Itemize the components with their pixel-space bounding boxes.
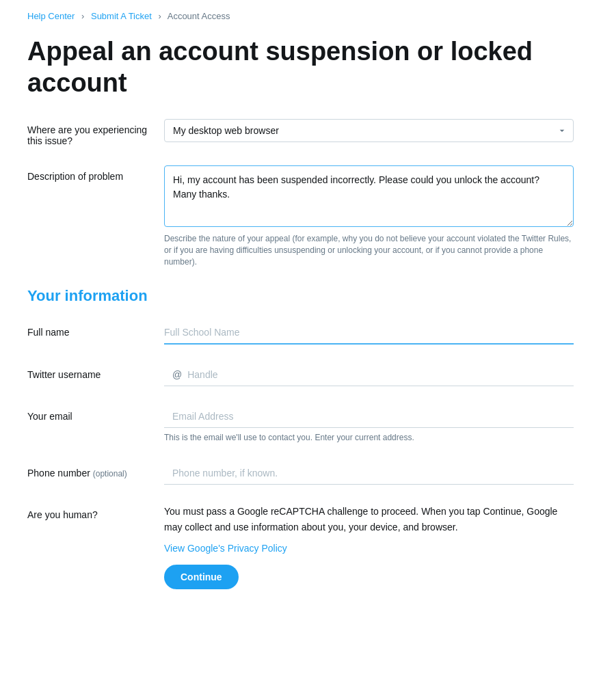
page-title: Appeal an account suspension or locked a… (27, 36, 574, 98)
breadcrumb-submit-ticket[interactable]: Submit A Ticket (91, 11, 152, 21)
twitter-username-row: Twitter username @ (27, 364, 574, 386)
description-row: Description of problem Hi, my account ha… (27, 165, 574, 267)
email-row: Your email This is the email we'll use t… (27, 405, 574, 444)
recaptcha-control: You must pass a Google reCAPTCHA challen… (164, 504, 574, 589)
email-label: Your email (27, 405, 164, 422)
where-issue-label: Where are you experiencing this issue? (27, 119, 164, 146)
email-input[interactable] (164, 405, 574, 427)
phone-control (164, 462, 574, 485)
twitter-username-wrap: @ (164, 364, 574, 386)
email-input-wrap (164, 405, 574, 428)
at-symbol: @ (164, 364, 185, 386)
continue-button[interactable]: Continue (164, 565, 239, 589)
phone-optional-label: (optional) (93, 469, 127, 479)
are-you-human-row: Are you human? You must pass a Google re… (27, 504, 574, 589)
description-hint: Describe the nature of your appeal (for … (164, 233, 574, 267)
description-textarea[interactable]: Hi, my account has been suspended incorr… (164, 165, 574, 227)
where-issue-control: My desktop web browser My mobile browser… (164, 119, 574, 142)
full-name-row: Full name (27, 321, 574, 345)
breadcrumb-separator-2: › (158, 11, 161, 21)
breadcrumb-help-center[interactable]: Help Center (27, 11, 75, 21)
twitter-username-control: @ (164, 364, 574, 386)
breadcrumb-separator-1: › (81, 11, 84, 21)
twitter-username-input[interactable] (185, 364, 574, 386)
privacy-policy-link[interactable]: View Google's Privacy Policy (164, 543, 574, 554)
email-hint: This is the email we'll use to contact y… (164, 432, 574, 444)
recaptcha-text: You must pass a Google reCAPTCHA challen… (164, 504, 574, 535)
where-issue-row: Where are you experiencing this issue? M… (27, 119, 574, 146)
phone-input[interactable] (164, 462, 574, 484)
are-you-human-label: Are you human? (27, 504, 164, 520)
phone-label: Phone number (optional) (27, 462, 164, 479)
main-form: Where are you experiencing this issue? M… (27, 119, 574, 589)
description-label: Description of problem (27, 165, 164, 182)
full-name-control (164, 321, 574, 345)
full-name-wrap (164, 321, 574, 345)
description-control: Hi, my account has been suspended incorr… (164, 165, 574, 267)
phone-input-wrap (164, 462, 574, 485)
twitter-username-label: Twitter username (27, 364, 164, 380)
phone-row: Phone number (optional) (27, 462, 574, 485)
where-issue-select[interactable]: My desktop web browser My mobile browser… (164, 119, 574, 142)
your-information-heading: Your information (27, 287, 574, 305)
email-control: This is the email we'll use to contact y… (164, 405, 574, 444)
breadcrumb-account-access: Account Access (168, 11, 230, 21)
full-name-input[interactable] (164, 321, 574, 343)
breadcrumb: Help Center › Submit A Ticket › Account … (27, 0, 574, 29)
full-name-label: Full name (27, 321, 164, 338)
